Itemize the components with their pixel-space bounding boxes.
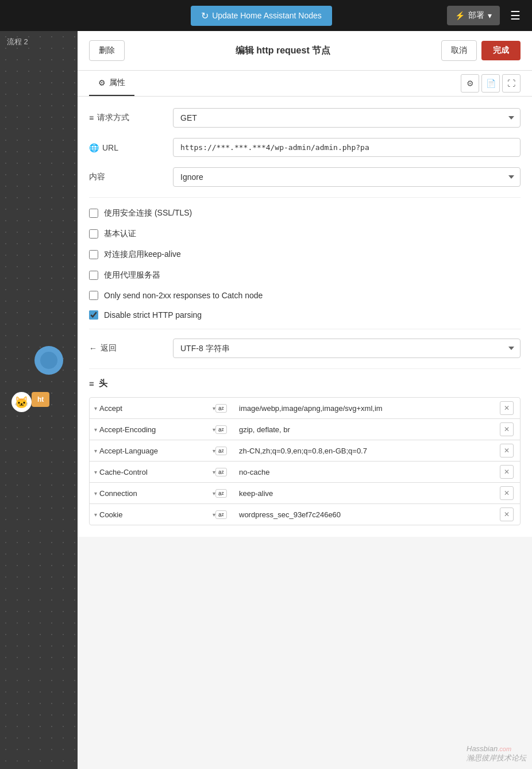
az-badge-3: az [215, 468, 227, 476]
top-bar-right: ⚡ 部署 ▾ ☰ [447, 6, 525, 25]
header-type-cell-4: ▾ az [213, 489, 236, 498]
ssl-row: 使用安全连接 (SSL/TLS) [89, 207, 521, 220]
header-delete-button-1[interactable]: ✕ [500, 422, 514, 436]
header-delete-button-0[interactable]: ✕ [500, 401, 514, 415]
tab-properties-label: 属性 [109, 78, 125, 88]
content-select[interactable]: Ignore JSON [173, 167, 521, 187]
table-row: ▾ Accept ▾ az image/webp,image/apng,imag… [90, 398, 520, 419]
method-row: ≡ 请求方式 GET POST PUT DELETE [89, 108, 521, 128]
headers-list-icon: ≡ [89, 379, 94, 389]
key-dropdown-arrow-1[interactable]: ▾ [94, 426, 97, 433]
url-input[interactable] [173, 138, 521, 157]
ssl-label[interactable]: 使用安全连接 (SSL/TLS) [104, 208, 192, 218]
strict-http-label[interactable]: Disable strict HTTP parsing [104, 310, 202, 320]
table-row: ▾ Cache-Control ▾ az no-cache ✕ [90, 462, 520, 483]
header-key-text-0: Accept [99, 404, 209, 413]
keepalive-label[interactable]: 对连接启用keep-alive [104, 249, 181, 260]
header-key-cell-2: ▾ Accept-Language [94, 447, 209, 455]
doc-icon: 📄 [486, 79, 496, 88]
content-label: 内容 [89, 172, 164, 182]
header-actions: 取消 完成 [441, 40, 521, 61]
header-type-cell-5: ▾ az [213, 510, 236, 519]
non2xx-row: Only send non-2xx responses to Catch nod… [89, 290, 521, 301]
return-label: ← 返回 [89, 343, 164, 353]
return-arrow-icon: ← [89, 344, 97, 353]
basic-auth-checkbox[interactable] [89, 229, 98, 239]
node-orange[interactable]: ht [32, 392, 49, 407]
basic-auth-label[interactable]: 基本认证 [104, 229, 136, 239]
key-dropdown-arrow-2[interactable]: ▾ [94, 448, 97, 454]
header-del-cell-2: ✕ [498, 444, 515, 457]
key-dropdown-arrow-4[interactable]: ▾ [94, 490, 97, 497]
header-key-cell-1: ▾ Accept-Encoding [94, 425, 209, 434]
keepalive-checkbox[interactable] [89, 250, 98, 259]
cancel-button[interactable]: 取消 [441, 40, 477, 61]
header-delete-button-5[interactable]: ✕ [500, 507, 514, 521]
header-delete-button-2[interactable]: ✕ [500, 444, 514, 457]
delete-button[interactable]: 删除 [89, 40, 125, 61]
basic-auth-row: 基本认证 [89, 228, 521, 240]
divider-1 [89, 197, 521, 198]
strict-http-checkbox[interactable] [89, 310, 98, 320]
key-dropdown-arrow-0[interactable]: ▾ [94, 405, 97, 412]
table-row: ▾ Accept-Encoding ▾ az gzip, deflate, br… [90, 419, 520, 440]
update-home-assistant-button[interactable]: ↻ Update Home Assistant Nodes [191, 6, 332, 26]
watermark-tagline: 瀚思彼岸技术论坛 [467, 753, 526, 762]
gear-icon: ⚙ [98, 78, 106, 87]
az-badge-5: az [215, 510, 227, 519]
node-blue[interactable] [34, 346, 63, 375]
proxy-checkbox[interactable] [89, 271, 98, 280]
panel-header: 删除 编辑 http request 节点 取消 完成 [78, 31, 532, 71]
globe-icon: 🌐 [89, 143, 99, 152]
tab-properties[interactable]: ⚙ 属性 [89, 71, 134, 96]
form-area: ≡ 请求方式 GET POST PUT DELETE 🌐 URL 内容 [78, 97, 532, 537]
proxy-label[interactable]: 使用代理服务器 [104, 270, 160, 280]
non2xx-checkbox[interactable] [89, 291, 98, 300]
header-key-text-5: Cookie [99, 510, 209, 519]
settings-icon-btn[interactable]: ⚙ [461, 74, 479, 93]
header-value-cell-0: image/webp,image/apng,image/svg+xml,im [239, 404, 495, 413]
settings-icon: ⚙ [467, 79, 474, 88]
method-select[interactable]: GET POST PUT DELETE [173, 108, 521, 128]
canvas-area: 流程 2 🐱 ht [0, 31, 78, 769]
header-type-cell-0: ▾ az [213, 404, 236, 413]
az-badge-4: az [215, 489, 227, 498]
header-val-text-5: wordpress_sec_93ef7c246e60 [239, 510, 495, 519]
node-icon[interactable]: 🐱 [11, 392, 32, 412]
header-key-cell-5: ▾ Cookie [94, 510, 209, 519]
key-dropdown-arrow-3[interactable]: ▾ [94, 469, 97, 475]
hamburger-button[interactable]: ☰ [506, 6, 525, 25]
non2xx-label[interactable]: Only send non-2xx responses to Catch nod… [104, 291, 263, 300]
header-type-cell-2: ▾ az [213, 447, 236, 455]
expand-icon-btn[interactable]: ⛶ [502, 74, 521, 93]
deploy-chevron-icon: ▾ [488, 11, 492, 20]
tab-row: ⚙ 属性 ⚙ 📄 ⛶ [78, 71, 532, 97]
header-del-cell-5: ✕ [498, 507, 515, 521]
ssl-checkbox[interactable] [89, 209, 98, 218]
refresh-icon: ↻ [201, 10, 209, 21]
return-row: ← 返回 UTF-8 字符串 二进制 JSON [89, 339, 521, 358]
header-delete-button-4[interactable]: ✕ [500, 486, 514, 500]
header-value-cell-2: zh-CN,zh;q=0.9,en;q=0.8,en-GB;q=0.7 [239, 447, 495, 455]
header-type-cell-1: ▾ az [213, 425, 236, 434]
az-badge-0: az [215, 404, 227, 413]
header-val-text-3: no-cache [239, 468, 495, 476]
headers-table: ▾ Accept ▾ az image/webp,image/apng,imag… [89, 397, 521, 525]
watermark-com: .com [498, 745, 511, 752]
return-select[interactable]: UTF-8 字符串 二进制 JSON [173, 339, 521, 358]
update-btn-label: Update Home Assistant Nodes [212, 11, 322, 20]
header-delete-button-3[interactable]: ✕ [500, 465, 514, 479]
proxy-row: 使用代理服务器 [89, 269, 521, 282]
tab-icons: ⚙ 📄 ⛶ [461, 74, 521, 93]
header-key-text-2: Accept-Language [99, 447, 209, 455]
url-row: 🌐 URL [89, 138, 521, 157]
header-value-cell-5: wordpress_sec_93ef7c246e60 [239, 510, 495, 519]
header-value-cell-1: gzip, deflate, br [239, 425, 495, 434]
deploy-button[interactable]: ⚡ 部署 ▾ [447, 6, 500, 25]
done-button[interactable]: 完成 [481, 41, 521, 60]
header-key-cell-3: ▾ Cache-Control [94, 468, 209, 476]
key-dropdown-arrow-5[interactable]: ▾ [94, 512, 97, 518]
header-del-cell-3: ✕ [498, 465, 515, 479]
content-row: 内容 Ignore JSON [89, 167, 521, 187]
doc-icon-btn[interactable]: 📄 [481, 74, 500, 93]
